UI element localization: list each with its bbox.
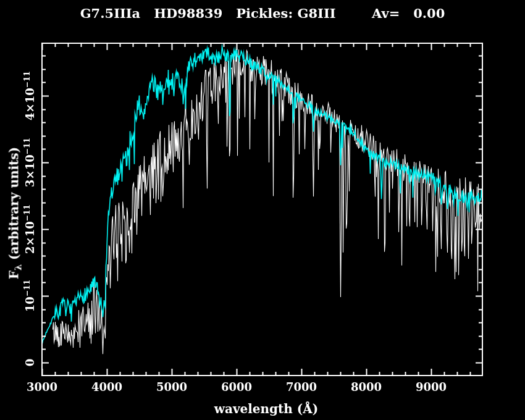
y-axis-label-subscript: λ bbox=[13, 264, 23, 271]
x-tick-label: 9000 bbox=[416, 380, 447, 393]
x-tick-label: 6000 bbox=[221, 380, 252, 393]
spectrum-plot-canvas bbox=[0, 0, 525, 420]
y-tick-label: 0 bbox=[23, 359, 36, 367]
y-tick-label: 2×10−11 bbox=[23, 204, 36, 254]
x-tick-label: 5000 bbox=[156, 380, 187, 393]
x-axis-label: wavelength (Å) bbox=[214, 401, 319, 416]
y-tick-label: 3×10−11 bbox=[23, 138, 36, 187]
y-tick-label: 10−11 bbox=[23, 280, 36, 312]
y-axis-label: Fλ (arbitrary units) bbox=[7, 147, 23, 279]
x-tick-label: 7000 bbox=[286, 380, 317, 393]
x-tick-label: 4000 bbox=[91, 380, 122, 393]
x-tick-label: 8000 bbox=[351, 380, 382, 393]
y-tick-label: 4×10−11 bbox=[23, 71, 36, 120]
y-axis-label-units: (arbitrary units) bbox=[7, 147, 22, 264]
y-axis-label-symbol: F bbox=[7, 271, 22, 279]
spectral-plot-window: G7.5IIIa HD98839 Pickles: G8III Av= 0.00… bbox=[0, 0, 525, 420]
x-tick-label: 3000 bbox=[27, 380, 57, 393]
plot-title: G7.5IIIa HD98839 Pickles: G8III Av= 0.00 bbox=[0, 6, 525, 21]
